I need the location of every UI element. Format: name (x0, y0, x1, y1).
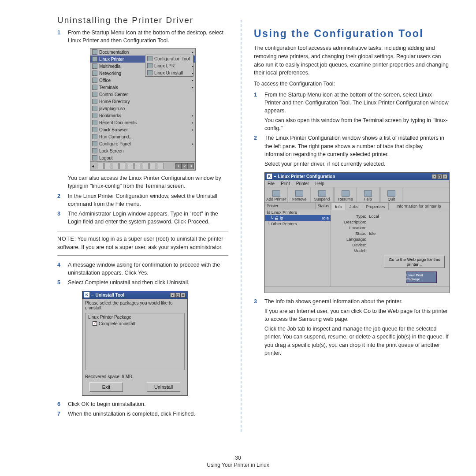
step-6-text: Click OK to begin uninstallation. (68, 400, 228, 408)
step-4-text: A message window asking for confirmation… (68, 261, 228, 277)
menubar: FilePrint PrinterHelp (265, 180, 449, 187)
step-5-text: Select Complete uninstall and then click… (68, 279, 228, 286)
step-num-1: 1 (57, 29, 63, 45)
step-num-5: 5 (57, 279, 63, 286)
rstep-3b-text: If you are an Internet user, you can cli… (264, 307, 450, 323)
printer-tree: PrinterStatus ⊟ Linux Printers └ 🖨 lpIdl… (265, 203, 331, 286)
step-3-text: The Administrator Login window appears. … (68, 210, 228, 226)
step-1b-text: You can also access the Linux Printer Co… (68, 174, 228, 190)
uninstall-heading: Uninstalling the Printer Driver (57, 15, 228, 25)
rstep-2b-text: Select your printer driver, if not curre… (264, 160, 450, 168)
tabs: Info Jobs Properties Information for pri… (331, 203, 449, 210)
column-divider (241, 20, 242, 432)
rstep-1b-text: You can also open this window from the T… (264, 116, 450, 132)
exit-button[interactable]: Exit (89, 382, 123, 392)
rstep-num-1: 1 (254, 91, 260, 115)
uninstall-tool-screenshot: K–Uninstall Tool •◻× Please select the p… (82, 291, 188, 396)
step-num-2: 2 (57, 192, 63, 208)
step-1-text: From the Startup Menu icon at the bottom… (68, 29, 228, 45)
rstep-1-text: From the Startup Menu icon at the bottom… (264, 91, 450, 115)
step-num-4: 4 (57, 261, 63, 277)
go-web-button[interactable]: Go to the Web page for this printer... (384, 256, 445, 268)
start-menu-screenshot: Documentation▸ Linux Printer▸ Configurat… (90, 48, 196, 171)
rstep-num-3: 3 (254, 298, 260, 305)
titlebar: K–Uninstall Tool •◻× (82, 291, 187, 299)
page-footer: 30 Using Your Printer in Linux (0, 455, 476, 468)
config-intro: The configuration tool accesses administ… (254, 44, 450, 77)
step-num-7: 7 (57, 410, 63, 418)
uninstall-button[interactable]: Uninstall (147, 382, 180, 392)
step-2-text: In the Linux Printer Configuration windo… (68, 192, 228, 208)
rstep-2-text: The Linux Printer Configuration window s… (264, 134, 450, 158)
rstep-num-2: 2 (254, 134, 260, 158)
note-block: NOTE: You must log in as a super user (r… (57, 231, 228, 256)
config-tool-screenshot: K–Linux Printer Configuration •◻× FilePr… (264, 172, 450, 293)
config-heading: Using the Configuration Tool (254, 28, 450, 40)
step-num-3: 3 (57, 210, 63, 226)
rstep-3c-text: Click the Job tab to inspect and manage … (264, 325, 450, 357)
rstep-3-text: The Info tab shows general information a… (264, 298, 450, 305)
step-7-text: When the uninstallation is completed, cl… (68, 410, 228, 418)
titlebar: K–Linux Printer Configuration •◻× (265, 173, 449, 180)
toolbar: Add Printer Remove Suspend Resume Help Q… (265, 187, 449, 203)
config-access: To access the Configuration Tool: (254, 80, 450, 88)
step-num-6: 6 (57, 400, 63, 408)
logo: Linux Print Package (406, 271, 437, 283)
taskbar: ◂ 123 (90, 161, 195, 170)
